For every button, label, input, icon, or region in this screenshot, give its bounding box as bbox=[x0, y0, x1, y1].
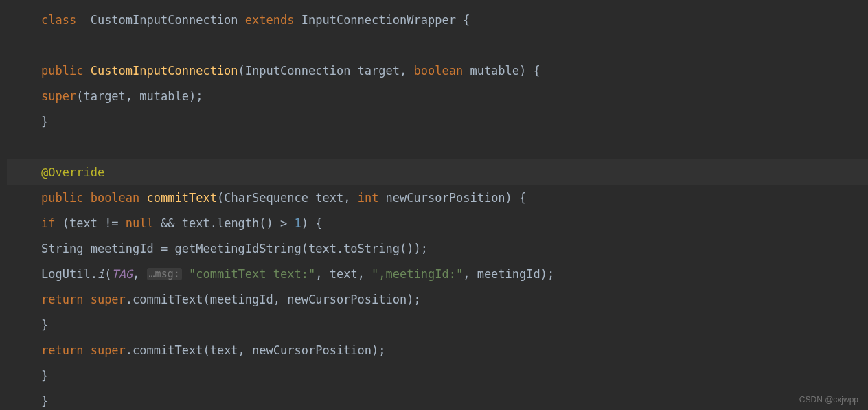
local-type: String bbox=[41, 242, 91, 255]
local-assign: meetingId = bbox=[91, 242, 175, 255]
param-name: mutable bbox=[470, 64, 519, 78]
string-literal: "commitText text:" bbox=[182, 267, 315, 281]
keyword-super: super bbox=[91, 343, 126, 357]
keyword-public: public bbox=[41, 64, 91, 78]
code-editor[interactable]: class CustomInputConnection extends Inpu… bbox=[0, 0, 868, 410]
code-line[interactable]: class CustomInputConnection extends Inpu… bbox=[7, 7, 868, 32]
param-type: boolean bbox=[414, 64, 470, 78]
code-line[interactable]: public boolean commitText(CharSequence t… bbox=[7, 185, 868, 210]
code-line[interactable]: public CustomInputConnection(InputConnec… bbox=[7, 58, 868, 83]
string-literal: ",meetingId:" bbox=[372, 267, 463, 281]
code-line[interactable]: if (text != null && text.length() > 1) { bbox=[7, 210, 868, 236]
comma: , bbox=[400, 64, 413, 78]
call: .commitText(text, newCursorPosition); bbox=[126, 343, 386, 357]
cond-mid: && text.length() > bbox=[154, 216, 295, 230]
code-line[interactable]: String meetingId = getMeetingIdString(te… bbox=[7, 236, 868, 261]
method-name: commitText bbox=[147, 191, 217, 205]
paren-close: ) { bbox=[519, 64, 540, 78]
annotation-override: @Override bbox=[41, 166, 104, 179]
brace-close: } bbox=[41, 394, 48, 408]
inlay-hint-msg: …msg: bbox=[147, 268, 182, 280]
keyword-super: super bbox=[91, 293, 126, 306]
code-line[interactable]: } bbox=[7, 363, 868, 388]
code-line[interactable]: } bbox=[7, 312, 868, 337]
log-method: i bbox=[98, 267, 104, 281]
cond-close: ) { bbox=[301, 216, 323, 230]
keyword-class: class bbox=[41, 13, 83, 27]
constructor-name: CustomInputConnection bbox=[91, 64, 238, 78]
args: , text, bbox=[315, 267, 372, 281]
log-prefix: LogUtil. bbox=[41, 267, 98, 281]
code-line-highlighted[interactable]: @Override bbox=[7, 159, 868, 185]
superclass-name: InputConnectionWrapper bbox=[294, 13, 463, 27]
code-line-blank[interactable] bbox=[7, 134, 868, 159]
keyword-return: return bbox=[41, 343, 91, 357]
param-type: CharSequence bbox=[224, 191, 315, 205]
param-name: newCursorPosition bbox=[386, 191, 505, 205]
brace-open: { bbox=[463, 13, 470, 27]
code-line[interactable]: } bbox=[7, 388, 868, 410]
field-tag: TAG bbox=[111, 267, 133, 281]
call: .commitText(meetingId, newCursorPosition… bbox=[126, 293, 421, 306]
comma: , bbox=[133, 267, 146, 281]
param-name: target bbox=[358, 64, 400, 78]
brace-close: } bbox=[41, 369, 48, 383]
return-type: boolean bbox=[91, 191, 147, 205]
cond-open: (text != bbox=[62, 216, 126, 230]
paren-close: ) { bbox=[505, 191, 527, 205]
watermark: CSDN @cxjwpp bbox=[799, 395, 858, 405]
keyword-return: return bbox=[41, 293, 91, 306]
paren-open: ( bbox=[217, 191, 224, 205]
param-type: int bbox=[358, 191, 386, 205]
code-line[interactable]: return super.commitText(meetingId, newCu… bbox=[7, 286, 868, 312]
param-type: InputConnection bbox=[245, 64, 358, 78]
brace-close: } bbox=[41, 318, 48, 332]
paren-open: ( bbox=[238, 64, 245, 78]
call-args: (target, mutable); bbox=[76, 89, 203, 103]
param-name: text bbox=[315, 191, 343, 205]
keyword-if: if bbox=[41, 216, 62, 230]
code-line[interactable]: } bbox=[7, 109, 868, 134]
code-line[interactable]: super(target, mutable); bbox=[7, 83, 868, 109]
class-name: CustomInputConnection bbox=[83, 13, 244, 27]
call: getMeetingIdString(text.toString()); bbox=[174, 242, 427, 255]
code-line[interactable]: return super.commitText(text, newCursorP… bbox=[7, 337, 868, 363]
brace-close: } bbox=[41, 115, 48, 128]
comma: , bbox=[343, 191, 357, 205]
args-tail: , meetingId); bbox=[463, 267, 554, 281]
number-literal: 1 bbox=[295, 216, 301, 230]
code-line[interactable]: LogUtil.i(TAG, …msg: "commitText text:",… bbox=[7, 261, 868, 286]
keyword-extends: extends bbox=[245, 13, 295, 27]
keyword-public: public bbox=[41, 191, 91, 205]
keyword-null: null bbox=[126, 216, 154, 230]
code-line-blank[interactable] bbox=[7, 32, 868, 58]
keyword-super: super bbox=[41, 89, 76, 103]
paren-open: ( bbox=[104, 267, 111, 281]
